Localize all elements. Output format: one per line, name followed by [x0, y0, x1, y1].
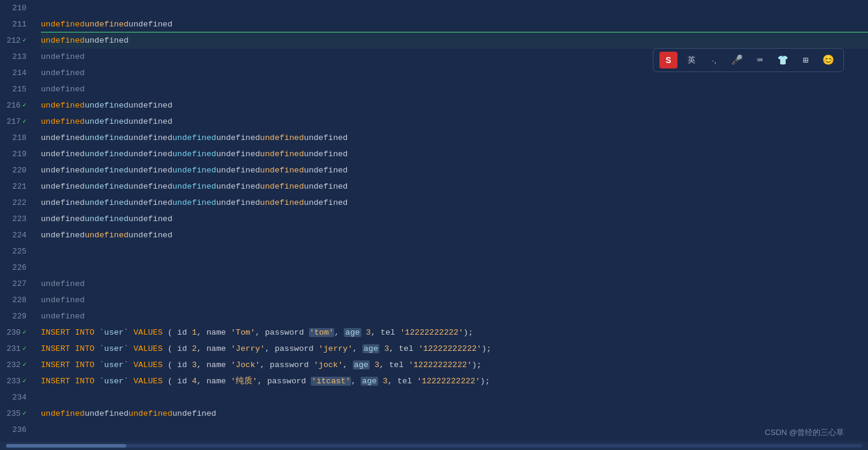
- code-line: [41, 243, 868, 260]
- code-line: undefinedundefinedundefinedundefinedunde…: [41, 130, 868, 146]
- code-line: undefinedundefinedundefined: [41, 211, 868, 227]
- line-numbers: 210211212✓213214215216✓217✓2182192202212…: [0, 0, 36, 442]
- code-line: [41, 260, 868, 276]
- line-number: 233✓: [0, 373, 31, 389]
- line-number: 217✓: [0, 114, 31, 130]
- line-number: 230✓: [0, 324, 31, 341]
- voice-icon[interactable]: 🎤: [728, 51, 746, 69]
- code-line: INSERT INTO `user` VALUES ( id 3, name '…: [41, 357, 868, 373]
- line-number: 210: [0, 0, 31, 16]
- line-number: 236: [0, 422, 31, 438]
- code-line: undefined: [41, 308, 868, 324]
- line-number: 221: [0, 178, 31, 195]
- scrollbar-area[interactable]: [0, 442, 868, 450]
- emoji-icon[interactable]: 😊: [819, 51, 837, 69]
- toolbar-overlay: S 英 ·, 🎤 ⌨ 👕 ⊞ 😊: [653, 48, 844, 72]
- line-number: 234: [0, 389, 31, 406]
- line-number: 211: [0, 16, 31, 32]
- code-line: undefinedundefinedundefinedundefinedunde…: [41, 195, 868, 211]
- csdn-watermark: CSDN @曾经的三心草: [765, 427, 844, 438]
- code-line: undefined: [41, 292, 868, 308]
- code-line: undefinedundefined: [41, 32, 868, 49]
- line-number: 220: [0, 162, 31, 178]
- code-line: undefinedundefinedundefined: [41, 114, 868, 130]
- line-number: 219: [0, 146, 31, 162]
- line-number: 224: [0, 227, 31, 243]
- code-line: [41, 389, 868, 406]
- line-number: 214: [0, 65, 31, 81]
- line-number: 223: [0, 211, 31, 227]
- lang-switch-icon[interactable]: 英: [682, 51, 700, 69]
- code-line: undefinedundefinedundefinedundefinedunde…: [41, 178, 868, 195]
- code-line: INSERT INTO `user` VALUES ( id 4, name '…: [41, 373, 868, 389]
- line-number: 232✓: [0, 357, 31, 373]
- code-line: undefinedundefinedundefined: [41, 227, 868, 243]
- line-number: 229: [0, 308, 31, 324]
- code-line: INSERT INTO `user` VALUES ( id 2, name '…: [41, 341, 868, 357]
- line-number: 235✓: [0, 406, 31, 422]
- line-number: 222: [0, 195, 31, 211]
- line-number: 231✓: [0, 341, 31, 357]
- sougou-logo-icon[interactable]: S: [659, 52, 677, 68]
- code-line: undefinedundefinedundefined: [41, 97, 868, 114]
- code-line: undefinedundefinedundefined: [41, 16, 868, 32]
- scrollbar-track[interactable]: [6, 444, 862, 448]
- line-number: 212✓: [0, 32, 31, 49]
- keyboard-icon[interactable]: ⌨: [751, 51, 769, 69]
- line-number: 228: [0, 292, 31, 308]
- code-line: [41, 422, 868, 438]
- code-line: INSERT INTO `user` VALUES ( id 1, name '…: [41, 324, 868, 341]
- line-number: 227: [0, 276, 31, 292]
- line-number: 213: [0, 49, 31, 65]
- code-line: [41, 0, 868, 16]
- code-line: undefinedundefinedundefinedundefinedunde…: [41, 146, 868, 162]
- line-number: 215: [0, 81, 31, 97]
- punct-icon[interactable]: ·,: [705, 51, 723, 69]
- skin-icon[interactable]: 👕: [774, 51, 792, 69]
- line-number: 216✓: [0, 97, 31, 114]
- line-number: 225: [0, 243, 31, 260]
- line-number: 218: [0, 130, 31, 146]
- apps-icon[interactable]: ⊞: [796, 51, 815, 69]
- scrollbar-thumb[interactable]: [6, 444, 126, 448]
- line-number: 226: [0, 260, 31, 276]
- code-line: undefined: [41, 81, 868, 97]
- code-line: undefined: [41, 276, 868, 292]
- code-line: undefinedundefinedundefinedundefined: [41, 406, 868, 422]
- code-line: undefinedundefinedundefinedundefinedunde…: [41, 162, 868, 178]
